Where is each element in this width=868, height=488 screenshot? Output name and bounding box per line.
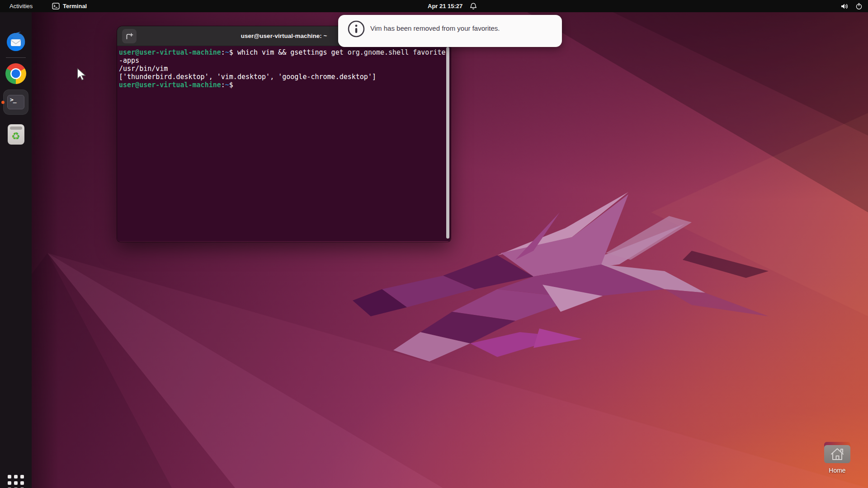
info-icon xyxy=(347,20,365,38)
terminal-line: ['thunderbird.desktop', 'vim.desktop', '… xyxy=(119,73,444,81)
terminal-running-indicator xyxy=(1,101,5,104)
system-status-area[interactable] xyxy=(840,0,863,12)
dock-item-terminal[interactable]: >_ xyxy=(0,89,32,115)
trash-lid xyxy=(10,127,22,130)
top-bar: Activities Terminal Apr 21 15:27 xyxy=(0,0,868,12)
terminal-dock-icon: >_ xyxy=(3,89,28,115)
new-tab-icon xyxy=(126,33,133,40)
dock-item-chrome[interactable] xyxy=(5,63,27,84)
show-applications-button[interactable] xyxy=(8,475,24,488)
clock-group[interactable]: Apr 21 15:27 xyxy=(428,0,477,12)
trash-icon: ♻ xyxy=(8,124,24,145)
focused-app-indicator[interactable]: Terminal xyxy=(52,0,87,12)
new-tab-button[interactable] xyxy=(122,29,137,43)
terminal-line: -apps xyxy=(119,56,444,65)
terminal-line: user@user-virtual-machine:~$ which vim &… xyxy=(119,48,444,56)
notification-message: Vim has been removed from your favorites… xyxy=(370,24,500,32)
volume-icon xyxy=(840,3,849,10)
thunderbird-icon xyxy=(5,31,27,52)
dock-item-trash[interactable]: ♻ xyxy=(0,124,32,145)
clock-label: Apr 21 15:27 xyxy=(428,3,462,9)
desktop-home-shortcut[interactable]: Home xyxy=(816,441,858,474)
terminal-dock-icon-screen: >_ xyxy=(7,95,24,109)
terminal-line: /usr/bin/vim xyxy=(119,65,444,73)
activities-button[interactable]: Activities xyxy=(8,0,34,12)
terminal-content[interactable]: user@user-virtual-machine:~$ which vim &… xyxy=(117,46,451,241)
terminal-scrollbar[interactable] xyxy=(446,47,449,239)
terminal-title: user@user-virtual-machine: ~ xyxy=(241,33,327,39)
terminal-app-icon xyxy=(52,3,60,9)
focused-app-label: Terminal xyxy=(63,3,87,9)
notification-toast[interactable]: Vim has been removed from your favorites… xyxy=(338,15,562,47)
home-label: Home xyxy=(816,467,858,474)
dock-separator xyxy=(6,57,26,58)
terminal-lines: user@user-virtual-machine:~$ which vim &… xyxy=(119,48,444,89)
home-folder-icon xyxy=(824,441,850,463)
terminal-line: user@user-virtual-machine:~$ xyxy=(119,81,444,89)
mouse-cursor-icon xyxy=(77,68,87,81)
dock-item-thunderbird[interactable] xyxy=(0,31,32,52)
desktop: Home user@user-virtual-machine: ~ user@u… xyxy=(0,0,868,488)
dock: >_ ♻ xyxy=(0,12,32,488)
terminal-window[interactable]: user@user-virtual-machine: ~ user@user-v… xyxy=(117,26,451,242)
recycle-glyph: ♻ xyxy=(11,131,20,141)
power-icon xyxy=(855,3,863,10)
chrome-icon xyxy=(5,63,26,84)
notification-bell-icon xyxy=(470,2,477,10)
